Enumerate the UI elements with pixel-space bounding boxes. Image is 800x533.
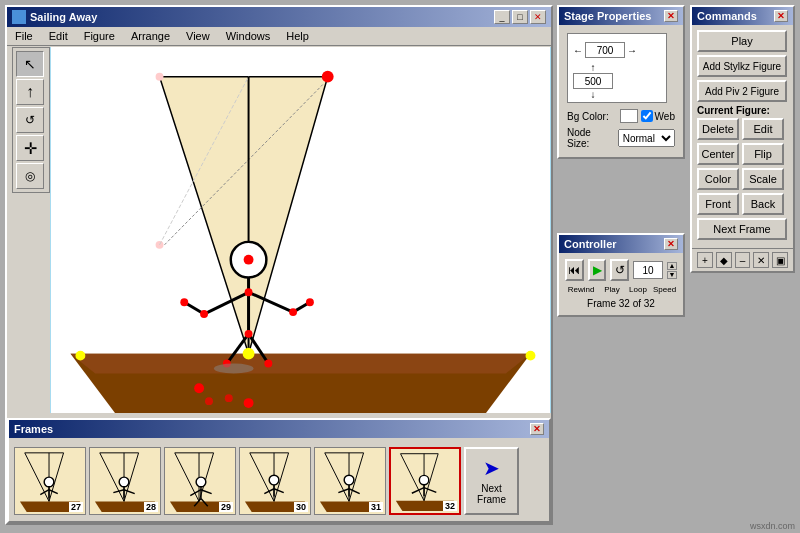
- svg-point-31: [225, 394, 233, 402]
- height-input[interactable]: 500: [573, 73, 613, 89]
- rewind-button[interactable]: ⏮: [565, 259, 584, 281]
- front-button[interactable]: Front: [697, 193, 739, 215]
- play-ctrl-button[interactable]: ▶: [588, 259, 607, 281]
- frame-number-29: 29: [219, 502, 233, 512]
- minimize-button[interactable]: _: [494, 10, 510, 24]
- stage-props-content: ← 700 → ↑ 500 ↓ Bg Color: Web Node Size:: [559, 25, 683, 157]
- pointer-tool[interactable]: ↖: [16, 51, 44, 77]
- bg-color-row: Bg Color: Web: [567, 109, 675, 123]
- menu-file[interactable]: File: [12, 29, 36, 43]
- frame-number-30: 30: [294, 502, 308, 512]
- menu-arrange[interactable]: Arrange: [128, 29, 173, 43]
- frame-thumb-32[interactable]: 32: [389, 447, 461, 515]
- svg-point-24: [322, 71, 334, 83]
- controller-titlebar: Controller ✕: [559, 235, 683, 253]
- current-figure-label: Current Figure:: [697, 105, 788, 116]
- main-window: Sailing Away _ □ ✕ File Edit Figure Arra…: [5, 5, 553, 525]
- diamond-icon[interactable]: ◆: [716, 252, 732, 268]
- add-icon[interactable]: +: [697, 252, 713, 268]
- frame-thumb-27[interactable]: 27: [14, 447, 86, 515]
- frame-thumb-28[interactable]: 28: [89, 447, 161, 515]
- menu-edit[interactable]: Edit: [46, 29, 71, 43]
- speed-up-button[interactable]: ▲: [667, 262, 677, 270]
- frame-thumb-30[interactable]: 30: [239, 447, 311, 515]
- menu-help[interactable]: Help: [283, 29, 312, 43]
- controller-panel: Controller ✕ ⏮ ▶ ↺ ▲ ▼ Rewind Play Loop …: [557, 233, 685, 317]
- node-tool[interactable]: ◎: [16, 163, 44, 189]
- center-button[interactable]: Center: [697, 143, 739, 165]
- maximize-button[interactable]: □: [512, 10, 528, 24]
- menu-figure[interactable]: Figure: [81, 29, 118, 43]
- frames-panel: Frames ✕ 27: [7, 418, 551, 523]
- controller-close[interactable]: ✕: [664, 238, 678, 250]
- frame-thumb-29[interactable]: 29: [164, 447, 236, 515]
- menu-view[interactable]: View: [183, 29, 213, 43]
- svg-point-34: [526, 351, 536, 361]
- next-frame-button[interactable]: ➤ NextFrame: [464, 447, 519, 515]
- color-scale-row: Color Scale: [697, 168, 788, 190]
- frames-titlebar: Frames ✕: [9, 420, 549, 438]
- edit-button[interactable]: Edit: [742, 118, 784, 140]
- speed-down-button[interactable]: ▼: [667, 271, 677, 279]
- next-frame-cmd-button[interactable]: Next Frame: [697, 218, 787, 240]
- loop-label: Loop: [627, 285, 649, 294]
- close-button[interactable]: ✕: [530, 10, 546, 24]
- node-size-label: Node Size:: [567, 127, 614, 149]
- svg-point-40: [44, 477, 54, 487]
- flip-button[interactable]: Flip: [742, 143, 784, 165]
- rewind-label: Rewind: [565, 285, 597, 294]
- loop-button[interactable]: ↺: [610, 259, 629, 281]
- svg-point-16: [245, 288, 253, 296]
- scale-button[interactable]: Scale: [742, 168, 784, 190]
- minus-icon[interactable]: –: [735, 252, 751, 268]
- scene-svg: [50, 47, 551, 413]
- stage-props-titlebar: Stage Properties ✕: [559, 7, 683, 25]
- stage-props-close[interactable]: ✕: [664, 10, 678, 22]
- arrow-tool[interactable]: ↑: [16, 79, 44, 105]
- web-checkbox[interactable]: [641, 110, 653, 122]
- controller-title: Controller: [564, 238, 617, 250]
- frame-number-28: 28: [144, 502, 158, 512]
- rotate-tool[interactable]: ↺: [16, 107, 44, 133]
- frame-info: Frame 32 of 32: [565, 298, 677, 309]
- commands-close[interactable]: ✕: [774, 10, 788, 22]
- controller-content: ⏮ ▶ ↺ ▲ ▼ Rewind Play Loop Speed Frame 3…: [559, 253, 683, 315]
- commands-panel: Commands ✕ Play Add Stylkz Figure Add Pi…: [690, 5, 795, 273]
- node-size-select[interactable]: Small Normal Large: [618, 129, 675, 147]
- menu-windows[interactable]: Windows: [223, 29, 274, 43]
- delete-edit-row: Delete Edit: [697, 118, 788, 140]
- svg-marker-5: [71, 354, 531, 374]
- svg-point-15: [244, 255, 254, 265]
- svg-point-28: [214, 364, 254, 374]
- web-label: Web: [655, 111, 675, 122]
- add-stylkz-button[interactable]: Add Stylkz Figure: [697, 55, 787, 77]
- svg-point-32: [205, 397, 213, 405]
- pan-tool[interactable]: ✛: [16, 135, 44, 161]
- speed-label: Speed: [653, 285, 676, 294]
- stage-props-title: Stage Properties: [564, 10, 651, 22]
- play-label: Play: [601, 285, 623, 294]
- grid-icon[interactable]: ▣: [772, 252, 788, 268]
- watermark: wsxdn.com: [750, 521, 795, 531]
- dimension-box: ← 700 → ↑ 500 ↓: [567, 33, 667, 103]
- canvas-area: [50, 47, 551, 413]
- add-piv2-button[interactable]: Add Piv 2 Figure: [697, 80, 787, 102]
- width-input[interactable]: 700: [585, 42, 625, 58]
- color-button[interactable]: Color: [697, 168, 739, 190]
- play-button[interactable]: Play: [697, 30, 787, 52]
- frame-thumb-31[interactable]: 31: [314, 447, 386, 515]
- bg-color-swatch[interactable]: [620, 109, 637, 123]
- delete-button[interactable]: Delete: [697, 118, 739, 140]
- frame-number-31: 31: [369, 502, 383, 512]
- svg-point-25: [156, 73, 164, 81]
- speed-input[interactable]: [633, 261, 663, 279]
- frames-close-button[interactable]: ✕: [530, 423, 544, 435]
- commands-bottom-bar: + ◆ – ✕ ▣: [692, 248, 793, 271]
- cross-icon[interactable]: ✕: [753, 252, 769, 268]
- node-size-row: Node Size: Small Normal Large: [567, 127, 675, 149]
- controller-labels: Rewind Play Loop Speed: [565, 285, 677, 294]
- svg-point-26: [243, 348, 255, 360]
- back-button[interactable]: Back: [742, 193, 784, 215]
- window-controls: _ □ ✕: [494, 10, 546, 24]
- svg-point-21: [245, 330, 253, 338]
